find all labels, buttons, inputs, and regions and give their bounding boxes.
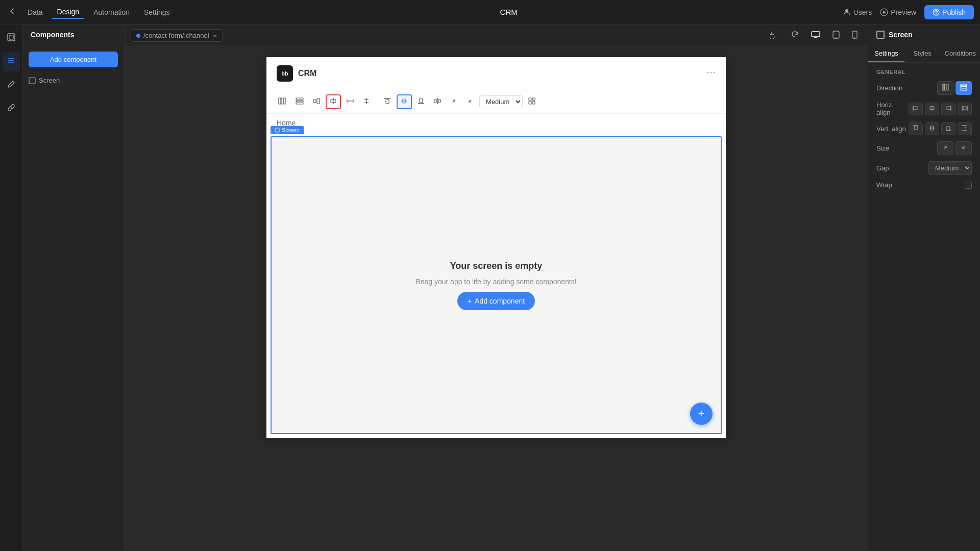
horiz-align-row: Horiz. align	[868, 98, 980, 119]
direction-buttons	[937, 81, 972, 95]
tab-styles[interactable]: Styles	[904, 45, 941, 62]
screen-empty-title: Your screen is empty	[450, 261, 543, 271]
play-icon	[880, 8, 888, 16]
svg-rect-10	[812, 32, 820, 37]
align-toolbar: Small Medium Large	[266, 90, 726, 114]
grid-button[interactable]	[525, 95, 539, 109]
horiz-align-spread-button[interactable]	[958, 103, 972, 115]
svg-rect-5	[9, 35, 13, 39]
publish-icon	[933, 9, 940, 16]
general-section-title: GENERAL	[868, 63, 980, 78]
svg-rect-57	[947, 107, 950, 110]
collapse-button[interactable]	[447, 95, 461, 109]
vcenter-button[interactable]	[397, 94, 412, 109]
svg-rect-42	[532, 98, 535, 101]
horiz-align-right-button[interactable]	[941, 103, 955, 115]
size-shrink-button[interactable]	[937, 141, 953, 155]
view-mobile-button[interactable]	[848, 29, 862, 43]
right-panel: Screen Settings Styles Conditions GENERA…	[868, 24, 980, 551]
vert-align-spread-button[interactable]: +	[958, 122, 972, 135]
redo-button[interactable]	[787, 29, 803, 43]
svg-rect-49	[961, 84, 967, 86]
right-panel-header: Screen	[868, 24, 980, 45]
wrap-label: Wrap	[876, 181, 892, 189]
svg-rect-50	[961, 87, 967, 88]
screen-add-component-button[interactable]: + Add component	[457, 292, 535, 310]
fab-button[interactable]: +	[690, 403, 713, 425]
svg-point-16	[854, 37, 855, 38]
back-button[interactable]	[6, 5, 18, 19]
expand-button[interactable]	[463, 95, 477, 109]
svg-point-0	[845, 9, 848, 12]
view-desktop-button[interactable]	[807, 29, 824, 42]
sidebar-icon-link[interactable]	[3, 99, 20, 118]
route-badge[interactable]: /contact-form/:channel	[131, 29, 223, 42]
vert-align-center-button[interactable]	[925, 122, 939, 135]
distribute-button[interactable]	[430, 95, 445, 109]
rows-align-button[interactable]	[292, 95, 307, 109]
svg-rect-60	[963, 107, 966, 110]
horiz-align-left-button[interactable]	[909, 103, 923, 115]
sidebar-icon-layers[interactable]	[3, 29, 20, 48]
align-bottom-button[interactable]	[414, 95, 428, 109]
nav-tab-data[interactable]: Data	[22, 6, 48, 18]
right-panel-tabs: Settings Styles Conditions	[868, 45, 980, 63]
screen-container[interactable]: Screen Your screen is empty Bring your a…	[271, 136, 722, 434]
columns-align-button[interactable]	[275, 95, 290, 109]
svg-rect-41	[529, 98, 531, 101]
dir-columns-button[interactable]	[937, 81, 953, 95]
screen-tree-icon	[29, 77, 36, 84]
direction-row: Direction	[868, 78, 980, 98]
gap-row: Gap Small Medium Large	[868, 158, 980, 178]
svg-rect-4	[8, 34, 15, 41]
add-component-panel-button[interactable]: Add component	[29, 52, 118, 67]
view-tablet-button[interactable]	[828, 29, 844, 43]
horiz-align-options	[909, 103, 972, 115]
gap-label: Gap	[876, 164, 889, 172]
canvas-frame: bb CRM	[266, 57, 726, 438]
left-sidebar	[0, 24, 22, 551]
undo-button[interactable]	[766, 29, 782, 43]
svg-rect-48	[947, 84, 948, 90]
sidebar-icon-list[interactable]	[3, 52, 20, 71]
wrap-checkbox[interactable]	[965, 182, 972, 189]
svg-point-17	[707, 72, 709, 73]
nav-tab-automation[interactable]: Automation	[88, 6, 135, 18]
tree-item-screen[interactable]: Screen	[22, 73, 124, 87]
gap-select-canvas[interactable]: Small Medium Large	[479, 95, 523, 108]
size-grow-button[interactable]	[955, 141, 972, 155]
svg-rect-51	[961, 89, 967, 90]
spread-button[interactable]	[359, 95, 374, 109]
svg-rect-24	[296, 101, 303, 102]
frame-menu-dots[interactable]	[706, 68, 716, 79]
svg-rect-20	[279, 98, 281, 104]
spread-h-button[interactable]	[343, 95, 357, 109]
sidebar-icon-brush[interactable]	[3, 76, 20, 95]
align-block-button[interactable]	[309, 95, 324, 109]
preview-button[interactable]: Preview	[880, 8, 916, 16]
svg-rect-44	[532, 102, 535, 104]
nav-tab-design[interactable]: Design	[52, 6, 85, 19]
vert-align-top-button[interactable]	[909, 122, 923, 135]
gap-select[interactable]: Small Medium Large	[928, 161, 972, 175]
tab-conditions[interactable]: Conditions	[941, 45, 980, 62]
svg-rect-62	[914, 126, 917, 130]
vert-align-row: Vert. align +	[868, 119, 980, 138]
tab-settings[interactable]: Settings	[868, 45, 904, 62]
vert-align-bottom-button[interactable]	[941, 122, 955, 135]
horiz-align-center-button[interactable]	[925, 103, 939, 115]
horiz-align-label: Horiz. align	[876, 101, 909, 116]
users-button[interactable]: Users	[843, 8, 872, 16]
vert-align-label: Vert. align	[876, 125, 906, 133]
size-options	[937, 141, 972, 155]
svg-rect-53	[914, 107, 917, 110]
canvas-toolbar: /contact-form/:channel	[125, 24, 868, 47]
align-top-button[interactable]	[380, 95, 395, 109]
svg-marker-2	[883, 11, 886, 14]
screen-empty: Your screen is empty Bring your app to l…	[272, 137, 721, 433]
dir-rows-button[interactable]	[955, 81, 972, 95]
center-align-button[interactable]	[326, 94, 341, 109]
publish-button[interactable]: Publish	[924, 5, 974, 19]
svg-rect-37	[420, 98, 423, 103]
nav-tab-settings[interactable]: Settings	[139, 6, 175, 18]
